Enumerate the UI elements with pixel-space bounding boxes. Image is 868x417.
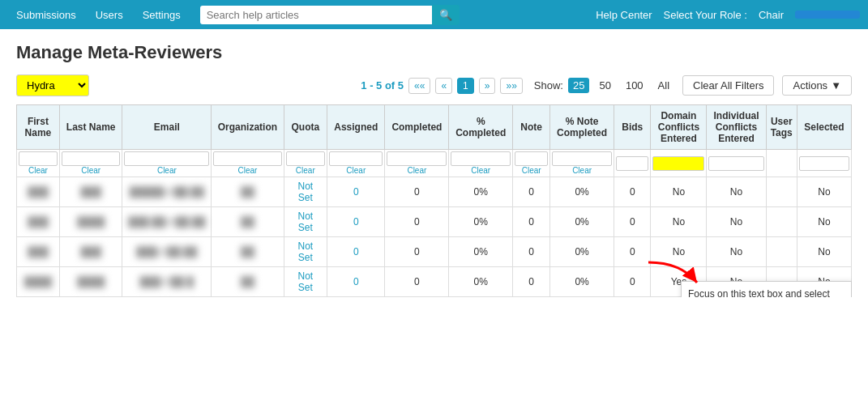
nav-submissions[interactable]: Submissions [8,4,84,26]
cell-last-name: ███ [59,237,122,267]
table-wrap: FirstName Last Name Email Organization Q… [16,104,852,297]
filter-assigned-clear[interactable]: Clear [329,166,383,175]
cell-note: 0 [513,207,550,237]
filter-first-name-input[interactable] [19,151,58,166]
cell-bids: 0 [614,267,651,297]
col-email: Email [122,105,212,150]
col-selected: Selected [797,105,851,150]
assigned-link[interactable]: 0 [353,216,359,228]
filter-last-name-clear[interactable]: Clear [62,166,121,175]
filter-assigned-input[interactable] [329,151,383,166]
table-header-row: FirstName Last Name Email Organization Q… [17,105,852,150]
cell-tags [766,207,797,237]
meta-reviewers-table: FirstName Last Name Email Organization Q… [16,104,852,297]
assigned-link[interactable]: 0 [353,246,359,257]
table-row: ███ ███ ███@██.██ ██ NotSet 0 0 0% 0 0% … [17,237,852,267]
filter-tags [766,150,797,177]
show-100-button[interactable]: 100 [621,78,648,93]
assigned-link[interactable]: 0 [353,186,359,198]
top-nav: Submissions Users Settings 🔍 Help Center… [0,0,868,29]
actions-label: Actions [793,79,827,91]
cell-selected: No [797,207,851,237]
filter-org-clear[interactable]: Clear [213,166,281,175]
cell-org: ██ [212,237,284,267]
cell-first-name: ████ [17,267,60,297]
filter-domain [651,150,707,177]
cell-selected: No [797,237,851,267]
col-quota: Quota [284,105,327,150]
role-label: Select Your Role : [664,9,747,21]
filter-quota-input[interactable] [286,151,325,166]
next-page-button[interactable]: » [479,78,496,94]
col-user-tags: UserTags [766,105,797,150]
filter-first-name-clear[interactable]: Clear [19,166,58,175]
page-1-button[interactable]: 1 [457,78,474,94]
table-row: ███ ███ █████@██.██ ██ NotSet 0 0 0% 0 0… [17,177,852,207]
cell-assigned: 0 [327,267,385,297]
cell-completed: 0 [385,207,449,237]
cell-pct-completed: 0% [449,237,513,267]
cell-completed: 0 [385,177,449,207]
filter-bids-input[interactable] [616,156,648,171]
filter-assigned: Clear [327,150,385,177]
page-range: 1 - 5 of 5 [361,79,404,91]
clear-all-filters-button[interactable]: Clear All Filters [682,75,774,96]
cell-domain: No [651,177,707,207]
cell-pct-completed: 0% [449,207,513,237]
right-nav: Help Center Select Your Role : Chair [588,4,860,26]
cell-pct-note: 0% [550,207,614,237]
filter-email-clear[interactable]: Clear [124,166,209,175]
cell-selected: No [797,177,851,207]
show-all-button[interactable]: All [653,78,674,93]
filter-pct-completed-input[interactable] [451,151,511,166]
nav-role[interactable]: Chair [750,4,792,26]
filter-note-clear[interactable]: Clear [515,166,548,175]
search-input[interactable] [200,6,432,24]
cell-assigned: 0 [327,207,385,237]
filter-domain-input[interactable] [652,156,704,171]
filter-pct-completed-clear[interactable]: Clear [451,166,511,175]
cell-note: 0 [513,237,550,267]
filter-last-name-input[interactable] [62,151,121,166]
filter-org: Clear [212,150,284,177]
cell-bids: 0 [614,237,651,267]
filter-pct-note-clear[interactable]: Clear [552,166,612,175]
cell-individual: No [707,207,766,237]
filter-bids [614,150,651,177]
filter-quota-clear[interactable]: Clear [286,166,325,175]
nav-users[interactable]: Users [88,4,131,26]
filter-pct-note: Clear [550,150,614,177]
filter-completed-clear[interactable]: Clear [387,166,447,175]
conference-select[interactable]: Hydra [16,74,89,96]
filter-pct-note-input[interactable] [552,151,612,166]
cell-first-name: ███ [17,177,60,207]
assigned-link[interactable]: 0 [353,276,359,287]
cell-assigned: 0 [327,177,385,207]
filter-pct-completed: Clear [449,150,513,177]
filter-selected-input[interactable] [799,156,849,171]
login-button[interactable] [795,11,860,19]
show-50-button[interactable]: 50 [594,78,615,93]
col-domain-conflicts: DomainConflictsEntered [651,105,707,150]
nav-settings[interactable]: Settings [135,4,189,26]
cell-email: ███.██@██.██ [122,207,212,237]
col-pct-note: % NoteCompleted [550,105,614,150]
cell-pct-note: 0% [550,177,614,207]
show-25-button[interactable]: 25 [568,78,589,93]
prev-page-button[interactable]: « [435,78,452,94]
cell-pct-note: 0% [550,267,614,297]
cell-org: ██ [212,177,284,207]
nav-help-center[interactable]: Help Center [588,4,660,26]
filter-email-input[interactable] [124,151,209,166]
filter-individual-input[interactable] [708,156,763,171]
search-button[interactable]: 🔍 [432,5,460,25]
cell-email: ███@██.█ [122,267,212,297]
filter-note-input[interactable] [515,151,548,166]
actions-button[interactable]: Actions ▼ [782,75,852,96]
filter-completed-input[interactable] [387,151,447,166]
cell-last-name: ███ [59,177,122,207]
cell-completed: 0 [385,237,449,267]
first-page-button[interactable]: «« [408,78,430,94]
filter-org-input[interactable] [213,151,281,166]
last-page-button[interactable]: »» [500,78,522,94]
